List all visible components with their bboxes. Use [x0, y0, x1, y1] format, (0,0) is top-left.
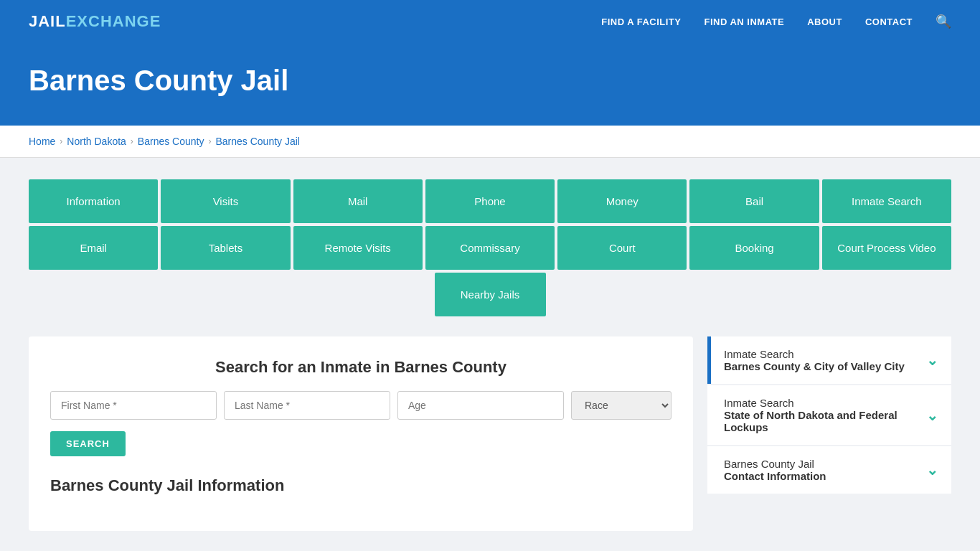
- btn-nearby-jails[interactable]: Nearby Jails: [435, 273, 546, 316]
- breadcrumb: Home › North Dakota › Barnes County › Ba…: [29, 136, 951, 147]
- site-logo[interactable]: JAILEXCHANGE: [29, 12, 161, 31]
- breadcrumb-sep-3: ›: [208, 136, 211, 146]
- button-grid-row3: Nearby Jails: [29, 273, 951, 316]
- sidebar-sub-1: Barnes County & City of Valley City: [724, 360, 905, 372]
- nav-find-inmate[interactable]: FIND AN INMATE: [704, 17, 784, 27]
- first-name-input[interactable]: [50, 391, 217, 420]
- page-title: Barnes County Jail: [29, 65, 951, 97]
- btn-inmate-search[interactable]: Inmate Search: [822, 179, 951, 223]
- btn-commissary[interactable]: Commissary: [425, 226, 555, 270]
- btn-email[interactable]: Email: [29, 226, 158, 270]
- sidebar-sub-2: State of North Dakota and Federal Lockup…: [724, 409, 926, 433]
- btn-bail[interactable]: Bail: [689, 179, 819, 223]
- sidebar: Inmate Search Barnes County & City of Va…: [707, 336, 951, 494]
- inmate-search-title: Search for an Inmate in Barnes County: [50, 358, 672, 377]
- main-nav: FIND A FACILITY FIND AN INMATE ABOUT CON…: [601, 14, 951, 29]
- breadcrumb-home[interactable]: Home: [29, 136, 55, 147]
- sidebar-sub-3: Contact Information: [724, 470, 826, 482]
- btn-phone[interactable]: Phone: [425, 179, 555, 223]
- btn-court[interactable]: Court: [557, 226, 687, 270]
- sidebar-item-inmate-search-county[interactable]: Inmate Search Barnes County & City of Va…: [707, 336, 951, 384]
- sidebar-item-inmate-search-state[interactable]: Inmate Search State of North Dakota and …: [707, 385, 951, 445]
- btn-tablets[interactable]: Tablets: [161, 226, 290, 270]
- sidebar-item-contact-info[interactable]: Barnes County Jail Contact Information ⌄: [707, 446, 951, 494]
- nav-find-facility[interactable]: FIND A FACILITY: [601, 17, 681, 27]
- age-input[interactable]: [397, 391, 564, 420]
- breadcrumb-jail[interactable]: Barnes County Jail: [215, 136, 300, 147]
- last-name-input[interactable]: [224, 391, 390, 420]
- logo-exchange-text: EXCHANGE: [66, 12, 161, 31]
- breadcrumb-nd[interactable]: North Dakota: [67, 136, 126, 147]
- button-grid-row1: Information Visits Mail Phone Money Bail…: [29, 179, 951, 223]
- breadcrumb-bar: Home › North Dakota › Barnes County › Ba…: [0, 126, 980, 158]
- search-button[interactable]: SEARCH: [50, 431, 126, 456]
- breadcrumb-sep-2: ›: [131, 136, 133, 146]
- nav-contact[interactable]: CONTACT: [865, 17, 913, 27]
- breadcrumb-barnes[interactable]: Barnes County: [138, 136, 204, 147]
- chevron-down-icon-3: ⌄: [926, 461, 938, 479]
- btn-money[interactable]: Money: [557, 179, 687, 223]
- search-icon[interactable]: 🔍: [936, 14, 951, 29]
- main-layout: Search for an Inmate in Barnes County Ra…: [29, 336, 951, 531]
- btn-remote-visits[interactable]: Remote Visits: [293, 226, 423, 270]
- btn-visits[interactable]: Visits: [161, 179, 290, 223]
- btn-mail[interactable]: Mail: [293, 179, 423, 223]
- logo-jail-text: JAIL: [29, 12, 66, 31]
- sidebar-label-2: Inmate Search: [724, 397, 926, 409]
- race-select[interactable]: Race White Black Hispanic Asian Other: [571, 391, 672, 420]
- btn-information[interactable]: Information: [29, 179, 158, 223]
- site-header: JAILEXCHANGE FIND A FACILITY FIND AN INM…: [0, 0, 980, 43]
- sidebar-label-1: Inmate Search: [724, 348, 905, 360]
- btn-court-process-video[interactable]: Court Process Video: [822, 226, 951, 270]
- chevron-down-icon-2: ⌄: [926, 407, 938, 424]
- btn-booking[interactable]: Booking: [689, 226, 819, 270]
- button-grid-row2: Email Tablets Remote Visits Commissary C…: [29, 226, 951, 270]
- main-content-panel: Search for an Inmate in Barnes County Ra…: [29, 336, 693, 531]
- content-area: Information Visits Mail Phone Money Bail…: [0, 158, 980, 551]
- jail-info-title: Barnes County Jail Information: [50, 476, 672, 495]
- sidebar-label-3: Barnes County Jail: [724, 458, 826, 470]
- inmate-search-form: Race White Black Hispanic Asian Other: [50, 391, 672, 420]
- breadcrumb-sep-1: ›: [60, 136, 62, 146]
- chevron-down-icon-1: ⌄: [926, 352, 938, 369]
- hero-section: Barnes County Jail: [0, 43, 980, 126]
- nav-about[interactable]: ABOUT: [807, 17, 842, 27]
